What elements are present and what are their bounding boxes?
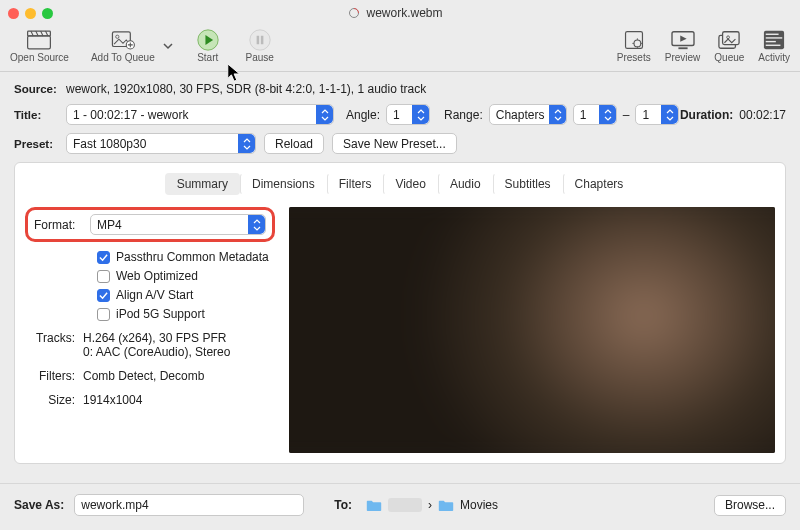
preset-row: Preset: Fast 1080p30 Reload Save New Pre… [14, 133, 786, 154]
svg-point-4 [116, 35, 119, 38]
titlebar: wework.webm [0, 0, 800, 26]
svg-rect-17 [764, 31, 784, 49]
range-label: Range: [444, 108, 483, 122]
save-preset-label: Save New Preset... [343, 137, 446, 151]
minimize-icon[interactable] [25, 8, 36, 19]
tab-subtitles[interactable]: Subtitles [493, 173, 563, 195]
range-to-value: 1 [642, 108, 649, 122]
format-row-highlight: Format: MP4 [25, 207, 275, 242]
preset-select[interactable]: Fast 1080p30 [66, 133, 256, 154]
svg-rect-8 [256, 36, 259, 44]
range-sep: – [617, 108, 636, 122]
align-av-label: Align A/V Start [116, 288, 193, 302]
tab-filters[interactable]: Filters [327, 173, 384, 195]
clapperboard-icon [26, 29, 52, 51]
filters-row: Filters: Comb Detect, Decomb [25, 369, 275, 383]
passthru-checkbox-row[interactable]: Passthru Common Metadata [97, 250, 275, 264]
presets-icon [621, 29, 647, 51]
range-from-value: 1 [580, 108, 587, 122]
summary-left: Format: MP4 Passthru Common Metadata Web… [25, 207, 275, 453]
svg-rect-9 [261, 36, 264, 44]
source-label: Source: [14, 83, 66, 95]
range-from-select[interactable]: 1 [573, 104, 617, 125]
zoom-icon[interactable] [42, 8, 53, 19]
queue-label: Queue [714, 52, 744, 63]
range-mode-value: Chapters [496, 108, 545, 122]
pause-label: Pause [246, 52, 274, 63]
cursor-icon [226, 62, 244, 87]
title-row: Title: 1 - 00:02:17 - wework Angle: 1 Ra… [14, 104, 786, 125]
pause-button[interactable]: Pause [245, 28, 275, 63]
angle-select[interactable]: 1 [386, 104, 430, 125]
passthru-label: Passthru Common Metadata [116, 250, 269, 264]
close-icon[interactable] [8, 8, 19, 19]
to-label: To: [334, 498, 352, 512]
open-source-label: Open Source [10, 52, 69, 63]
svg-rect-20 [766, 41, 776, 42]
save-as-input[interactable]: wework.mp4 [74, 494, 304, 516]
svg-rect-21 [766, 45, 781, 46]
save-as-label: Save As: [14, 498, 64, 512]
presets-button[interactable]: Presets [617, 28, 651, 63]
browse-button[interactable]: Browse... [714, 495, 786, 516]
summary-body: Format: MP4 Passthru Common Metadata Web… [25, 207, 775, 453]
activity-icon [761, 29, 787, 51]
open-source-button[interactable]: Open Source [10, 28, 69, 63]
checkbox-icon [97, 270, 110, 283]
range-to-select[interactable]: 1 [635, 104, 679, 125]
toolbar: Open Source Add To Queue Start Pause Pre… [0, 26, 800, 72]
align-av-checkbox-row[interactable]: Align A/V Start [97, 288, 275, 302]
queue-button[interactable]: Queue [714, 28, 744, 63]
panel: Summary Dimensions Filters Video Audio S… [14, 162, 786, 464]
crumb-redacted [388, 498, 422, 512]
svg-point-7 [250, 30, 270, 50]
video-preview [289, 207, 775, 453]
bottom-bar: Save As: wework.mp4 To: › Movies Browse.… [0, 483, 800, 530]
tabs: Summary Dimensions Filters Video Audio S… [25, 173, 775, 195]
preview-button[interactable]: Preview [665, 28, 701, 63]
start-button[interactable]: Start [193, 28, 223, 63]
activity-label: Activity [758, 52, 790, 63]
title-text: wework.webm [366, 6, 442, 20]
tracks-row: Tracks: H.264 (x264), 30 FPS PFR 0: AAC … [25, 331, 275, 359]
title-select[interactable]: 1 - 00:02:17 - wework [66, 104, 334, 125]
checkbox-checked-icon [97, 251, 110, 264]
web-optimized-checkbox-row[interactable]: Web Optimized [97, 269, 275, 283]
tab-dimensions[interactable]: Dimensions [240, 173, 327, 195]
pause-icon [247, 29, 273, 51]
filters-label: Filters: [25, 369, 75, 383]
format-value: MP4 [97, 218, 122, 232]
preview-label: Preview [665, 52, 701, 63]
size-label: Size: [25, 393, 75, 407]
add-to-queue-button[interactable]: Add To Queue [91, 28, 155, 63]
app-icon [348, 7, 360, 19]
reload-button[interactable]: Reload [264, 133, 324, 154]
preview-image [289, 207, 775, 453]
save-preset-button[interactable]: Save New Preset... [332, 133, 457, 154]
save-as-value: wework.mp4 [81, 498, 148, 512]
preset-value: Fast 1080p30 [73, 137, 146, 151]
format-select[interactable]: MP4 [90, 214, 266, 235]
main-area: Source: wework, 1920x1080, 30 FPS, SDR (… [0, 72, 800, 464]
duration-label: Duration: [680, 108, 733, 122]
source-row: Source: wework, 1920x1080, 30 FPS, SDR (… [14, 82, 786, 96]
folder-icon [438, 499, 454, 512]
range-mode-select[interactable]: Chapters [489, 104, 567, 125]
checkbox-icon [97, 308, 110, 321]
add-dropdown-icon[interactable] [163, 28, 173, 63]
svg-point-11 [634, 40, 641, 47]
ipod-label: iPod 5G Support [116, 307, 205, 321]
tracks-label: Tracks: [25, 331, 75, 359]
tracks-line-1: H.264 (x264), 30 FPS PFR [83, 331, 230, 345]
destination-breadcrumb[interactable]: › Movies [366, 498, 498, 512]
ipod-checkbox-row[interactable]: iPod 5G Support [97, 307, 275, 321]
queue-add-icon [110, 29, 136, 51]
tab-audio[interactable]: Audio [438, 173, 493, 195]
tracks-line-2: 0: AAC (CoreAudio), Stereo [83, 345, 230, 359]
tab-chapters[interactable]: Chapters [563, 173, 636, 195]
title-label: Title: [14, 109, 66, 121]
tab-video[interactable]: Video [383, 173, 437, 195]
start-label: Start [197, 52, 218, 63]
tab-summary[interactable]: Summary [165, 173, 240, 195]
activity-button[interactable]: Activity [758, 28, 790, 63]
